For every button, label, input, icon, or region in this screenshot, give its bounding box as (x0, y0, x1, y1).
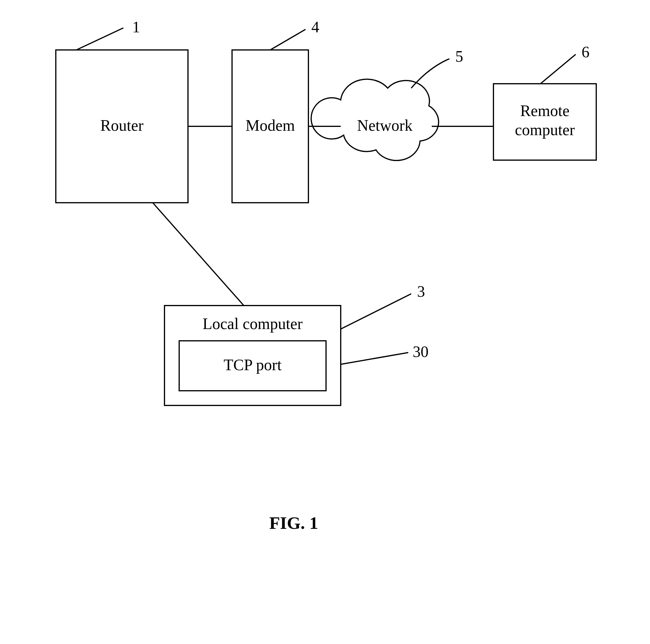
remote-computer-label-line1: Remote (520, 102, 570, 119)
ref-number-3: 3 (417, 283, 425, 300)
ref-leader-6 (540, 55, 576, 84)
link-router-local (153, 203, 244, 306)
ref-leader-30 (341, 353, 408, 364)
ref-number-4: 4 (311, 18, 319, 36)
ref-number-30: 30 (413, 343, 429, 360)
ref-number-1: 1 (132, 18, 140, 36)
tcp-port-label: TCP port (223, 356, 282, 374)
ref-leader-5 (411, 59, 449, 88)
ref-number-5: 5 (455, 47, 463, 65)
figure-1: Router Modem Network Remote computer Loc… (0, 0, 650, 644)
local-computer-label: Local computer (203, 315, 302, 332)
network-label: Network (357, 117, 413, 134)
remote-computer-label-line2: computer (515, 121, 575, 139)
ref-leader-1 (76, 28, 123, 50)
figure-caption: FIG. 1 (269, 513, 318, 533)
modem-label: Modem (246, 117, 295, 134)
router-label: Router (101, 117, 144, 134)
ref-leader-4 (270, 29, 305, 50)
ref-number-6: 6 (582, 43, 589, 61)
ref-leader-3 (341, 294, 411, 329)
